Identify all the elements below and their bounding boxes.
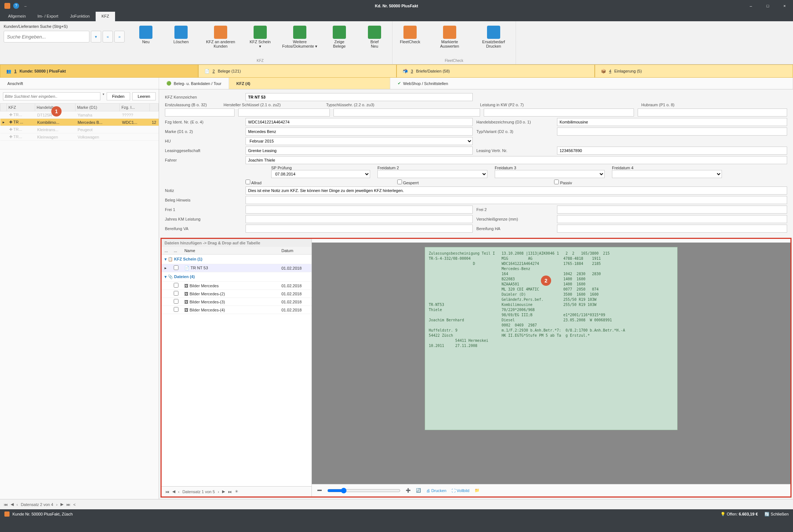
verschl-input[interactable] bbox=[557, 215, 787, 223]
table-row[interactable]: ▸✚ TR ...Kombilimo...Mercedes B...WDC1..… bbox=[0, 119, 159, 126]
close-button[interactable]: × bbox=[776, 0, 793, 12]
ribbon-loeschen[interactable]: Löschen bbox=[163, 23, 199, 57]
search-input[interactable] bbox=[4, 31, 89, 43]
print-button[interactable]: 🖨 Drucken bbox=[426, 488, 446, 493]
marke-input[interactable] bbox=[246, 128, 473, 136]
search-dropdown-button[interactable]: ▾ bbox=[91, 31, 101, 43]
subtab-kfz[interactable]: KFZ (4) bbox=[229, 78, 390, 89]
subtab-beleg[interactable]: 🟢Beleg- u. Bankdaten / Tour bbox=[159, 78, 229, 89]
record-nav[interactable]: ⏮◀‹ Datensatz 2 von 4 ›▶⏭ < bbox=[0, 499, 793, 509]
ribbon-neu[interactable]: Neu bbox=[128, 23, 163, 57]
fd4-select[interactable] bbox=[612, 170, 722, 178]
list-item[interactable]: 🖼 Bilder Mercedes01.02.2018 bbox=[162, 282, 311, 290]
filter-input[interactable] bbox=[3, 92, 100, 100]
notiz-input[interactable] bbox=[246, 186, 787, 195]
kfz-grid[interactable]: KFZ Handelsbe... Marke (D1) Fzg. I... ✚ … bbox=[0, 103, 159, 499]
tab-kunde[interactable]: 👥1 Kunde: 50000 | PlusFakt bbox=[0, 64, 198, 78]
search-next-button[interactable]: » bbox=[114, 31, 125, 43]
menu-allgemein[interactable]: Allgemein bbox=[2, 12, 32, 21]
hubraum-input[interactable] bbox=[638, 108, 787, 117]
help-icon[interactable]: ? bbox=[13, 3, 19, 9]
allrad-check[interactable]: Allrad bbox=[246, 180, 262, 185]
table-row[interactable]: ✚ TR...DT125RYamaha????? bbox=[0, 111, 159, 119]
ribbon: Kunden/Lieferanten Suche (Strg+S) ▾ « » … bbox=[0, 21, 793, 64]
menu-imexport[interactable]: Im- / Export bbox=[32, 12, 64, 21]
title-dash: ‒ bbox=[24, 4, 27, 8]
minimize-button[interactable]: – bbox=[742, 0, 759, 12]
typs-input[interactable] bbox=[333, 108, 480, 117]
table-row[interactable]: ✚ TR...Kleintrans...Peugeot bbox=[0, 126, 159, 133]
list-item[interactable]: ▸📄 TR NT 5301.02.2018 bbox=[162, 264, 311, 272]
bereifva-input[interactable] bbox=[246, 225, 473, 233]
ribbon-kfz-schein[interactable]: KFZ Schein ▾ bbox=[243, 23, 278, 57]
status-close-button[interactable]: 🔄 Schließen bbox=[764, 512, 789, 517]
badge-1: 1 bbox=[51, 106, 62, 117]
passiv-check[interactable]: Passiv bbox=[554, 180, 572, 185]
maximize-button[interactable]: □ bbox=[759, 0, 776, 12]
bereifha-input[interactable] bbox=[557, 225, 787, 233]
frei1-input[interactable] bbox=[246, 206, 473, 214]
app-icon bbox=[4, 3, 10, 9]
ribbon-ersatzbedarf[interactable]: Ersatzbedarf Drucken bbox=[472, 23, 516, 57]
fd3-select[interactable] bbox=[495, 170, 605, 178]
tab-einlagerung[interactable]: 📦4 Einlagerung (5) bbox=[595, 64, 793, 78]
kfz-form: KFZ Kennzeichen Erstzulassung (B o. 32) … bbox=[159, 89, 793, 236]
status-app-icon bbox=[4, 511, 10, 517]
badge-2: 2 bbox=[541, 276, 551, 286]
sp-select[interactable]: 07.08.2014 bbox=[271, 170, 370, 178]
kennzeichen-input[interactable] bbox=[246, 93, 473, 101]
hu-select[interactable]: Februar 2015 bbox=[246, 137, 473, 145]
menu-jofunktion[interactable]: JoFunktion bbox=[64, 12, 96, 21]
filter-dropdown-icon[interactable]: ▾ bbox=[103, 92, 104, 100]
fullscreen-button[interactable]: ⛶ Vollbild bbox=[451, 488, 469, 493]
titlebar: ? ‒ Kd. Nr. 50000 PlusFakt – □ × bbox=[0, 0, 793, 12]
left-panel: ▾ Finden Leeren KFZ Handelsbe... Marke (… bbox=[0, 89, 159, 499]
section-tabs: 👥1 Kunde: 50000 | PlusFakt 📄2 Belege (12… bbox=[0, 64, 793, 78]
subtab-anschrift[interactable]: Anschrift bbox=[0, 78, 159, 89]
fzgid-input[interactable] bbox=[246, 118, 473, 126]
zoom-in-icon[interactable]: ➕ bbox=[406, 488, 411, 493]
ribbon-kfz-andere[interactable]: KFZ an anderen Kunden bbox=[199, 23, 243, 57]
document-preview: Zulassungsbescheinigung Teil I 13.10.200… bbox=[425, 247, 678, 430]
leasnr-input[interactable] bbox=[557, 147, 787, 155]
folder-icon[interactable]: 📁 bbox=[475, 488, 480, 493]
fahrer-input[interactable] bbox=[246, 156, 787, 164]
statusbar: Kunde Nr. 50000 PlusFakt, Züsch 💡 Offen:… bbox=[0, 509, 793, 519]
zoom-out-icon[interactable]: ➖ bbox=[317, 488, 322, 493]
frei2-input[interactable] bbox=[557, 206, 787, 214]
list-item[interactable]: 🖼 Bilder Mercedes-(3)01.02.2018 bbox=[162, 298, 311, 306]
erstzul-input[interactable] bbox=[165, 108, 235, 117]
herst-input[interactable] bbox=[238, 108, 330, 117]
kw-input[interactable] bbox=[484, 108, 634, 117]
tab-briefe[interactable]: 📬3 Briefe/Dateien (58) bbox=[396, 64, 595, 78]
jahreskm-input[interactable] bbox=[246, 215, 473, 223]
tab-belege[interactable]: 📄2 Belege (121) bbox=[198, 64, 396, 78]
beleg-input[interactable] bbox=[246, 196, 787, 204]
status-offen: 💡 Offen: 6.603,19 € bbox=[720, 512, 758, 517]
ribbon-group-fleetcheck: FleetCheck bbox=[445, 57, 464, 64]
zoom-slider[interactable] bbox=[327, 488, 401, 494]
menu-kfz[interactable]: KFZ bbox=[96, 12, 115, 21]
ribbon-zeige-belege[interactable]: Zeige Belege bbox=[322, 23, 357, 57]
find-button[interactable]: Finden bbox=[107, 92, 130, 100]
search-label: Kunden/Lieferanten Suche (Strg+S) bbox=[4, 24, 125, 29]
preview-pane: Zulassungsbescheinigung Teil I 13.10.200… bbox=[312, 239, 790, 496]
typvar-input[interactable] bbox=[557, 128, 787, 136]
table-row[interactable]: ✚ TR...KleinwagenVolkswagen bbox=[0, 133, 159, 141]
search-prev-button[interactable]: « bbox=[103, 31, 113, 43]
leasg-input[interactable] bbox=[246, 147, 473, 155]
ribbon-markierte[interactable]: Markierte Auswerten bbox=[428, 23, 472, 57]
clear-button[interactable]: Leeren bbox=[132, 92, 156, 100]
ribbon-weitere-fotos[interactable]: Weitere Fotos/Dokumente ▾ bbox=[278, 23, 322, 57]
fd2-select[interactable] bbox=[377, 170, 487, 178]
handel-input[interactable] bbox=[557, 118, 787, 126]
refresh-icon[interactable]: 🔄 bbox=[416, 488, 421, 493]
subtab-webshop[interactable]: ✔WebShop / Schnittstellen bbox=[390, 78, 793, 89]
list-item[interactable]: 🖼 Bilder Mercedes-(4)01.02.2018 bbox=[162, 306, 311, 314]
sub-tabs: Anschrift 🟢Beleg- u. Bankdaten / Tour KF… bbox=[0, 78, 793, 89]
gesperrt-check[interactable]: Gesperrt bbox=[397, 180, 419, 185]
list-item[interactable]: 🖼 Bilder Mercedes-(2)01.02.2018 bbox=[162, 290, 311, 298]
ribbon-fleetcheck[interactable]: FleetCheck bbox=[392, 23, 428, 57]
file-nav[interactable]: ⏮◀‹ Datensatz 1 von 5 ›▶⏭✳ bbox=[162, 486, 311, 496]
ribbon-brief-neu[interactable]: Brief Neu bbox=[357, 23, 392, 57]
